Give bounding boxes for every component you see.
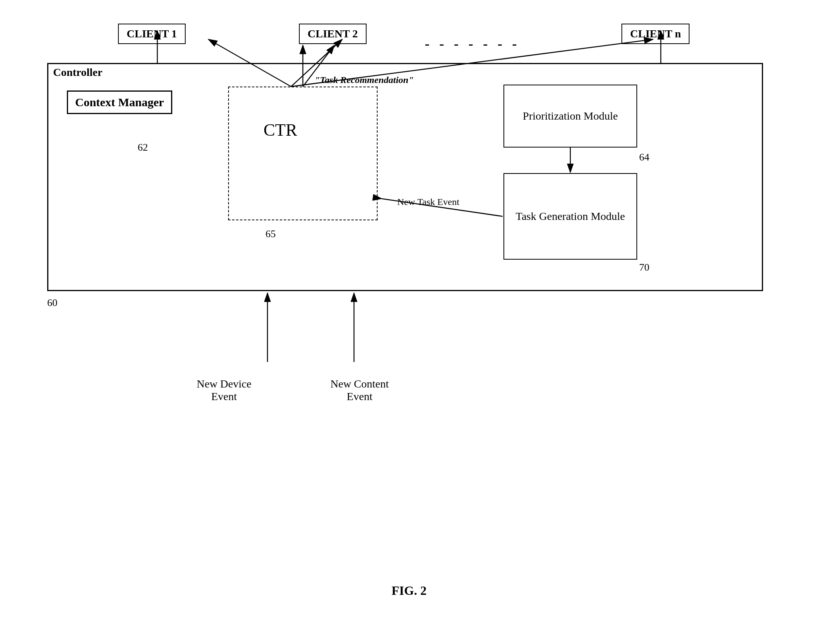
new-device-event-label: New Device Event <box>197 378 251 403</box>
ctr-number: 65 <box>265 228 276 240</box>
ctr-label: CTR <box>264 120 297 140</box>
client-dashes: - - - - - - - <box>425 35 520 52</box>
client1-label: CLIENT 1 <box>127 28 177 40</box>
task-generation-module-box: Task Generation Module <box>503 173 637 260</box>
prioritization-module-box: Prioritization Module <box>503 85 637 148</box>
ctr-box <box>228 87 378 220</box>
clientn-label: CLIENT n <box>630 28 681 40</box>
figure-caption: FIG. 2 <box>392 583 427 598</box>
client1-box: CLIENT 1 <box>118 24 186 44</box>
client2-label: CLIENT 2 <box>308 28 358 40</box>
new-task-event-label: New Task Event <box>397 197 459 207</box>
diagram-container: CLIENT 1 CLIENT 2 CLIENT n - - - - - - -… <box>31 24 787 614</box>
context-manager-label: Context Manager <box>75 96 164 109</box>
new-content-event-label: New Content Event <box>330 378 389 403</box>
task-recommendation-label: "Task Recommendation" <box>315 75 414 85</box>
context-manager-box: Context Manager <box>67 90 172 114</box>
clientn-box: CLIENT n <box>621 24 689 44</box>
controller-number: 60 <box>47 297 57 309</box>
prioritization-module-label: Prioritization Module <box>523 110 618 122</box>
prioritization-module-number: 64 <box>639 151 649 163</box>
task-generation-module-label: Task Generation Module <box>516 210 625 223</box>
task-generation-module-number: 70 <box>639 262 649 273</box>
context-manager-number: 62 <box>138 142 148 153</box>
client2-box: CLIENT 2 <box>299 24 367 44</box>
controller-label: Controller <box>53 66 102 79</box>
